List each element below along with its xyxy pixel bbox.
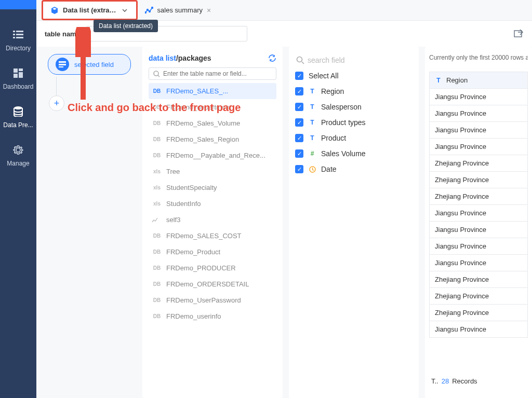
date-type-icon [309, 166, 316, 173]
app-logo[interactable] [0, 0, 36, 9]
content-area: selected field + data list/packages D [36, 47, 532, 398]
xls-icon: xls [152, 185, 162, 190]
table-list: DBFRDemo_SALES_...DBFRDemo_departmentDBF… [149, 83, 276, 391]
gear-icon [12, 144, 24, 156]
table-item[interactable]: DBFRDemo_Sales_Region [149, 131, 276, 147]
data-cell: Jiangsu Province [429, 105, 528, 122]
field-item[interactable]: ✓TRegion [295, 87, 413, 95]
chart-icon [145, 6, 153, 15]
field-label: Select All [309, 72, 339, 80]
table-search[interactable] [149, 67, 276, 80]
table-item[interactable]: xlsStudentInfo [149, 196, 276, 212]
table-item[interactable]: DBFRDemo_SALES_... [149, 83, 276, 99]
field-label: Region [321, 87, 344, 95]
svg-point-19 [154, 71, 158, 76]
table-item-label: Tree [166, 168, 180, 175]
table-item[interactable]: DBFRDemo_SALES_COST [149, 228, 276, 244]
svg-rect-1 [16, 31, 23, 32]
table-item-label: self3 [166, 216, 180, 224]
chart-icon [152, 217, 162, 223]
checkbox[interactable]: ✓ [295, 165, 303, 173]
sidebar-item-dashboard[interactable]: Dashboard [0, 58, 36, 97]
table-item[interactable]: DBFRDemo_PRODUCER [149, 260, 276, 276]
db-icon: DB [152, 313, 162, 319]
db-icon: DB [152, 281, 162, 287]
table-item-label: FRDemo_ORDERSDETAIL [166, 280, 249, 288]
table-item-label: FRDemo_SALES_... [166, 87, 228, 95]
table-item[interactable]: self3 [149, 212, 276, 228]
selected-field-label: selected field [74, 61, 114, 68]
field-icon [56, 58, 69, 71]
tab-data-list[interactable]: Data list (extra… [42, 0, 138, 20]
close-icon[interactable]: × [207, 6, 211, 15]
field-item[interactable]: ✓Date [295, 165, 413, 173]
db-icon: DB [152, 153, 162, 158]
text-type-icon: T [309, 88, 316, 95]
svg-rect-8 [19, 72, 23, 78]
text-type-icon: T [309, 103, 316, 111]
svg-point-14 [151, 7, 153, 8]
package-icon [50, 6, 59, 15]
svg-point-10 [14, 106, 22, 109]
table-item[interactable]: DBFRDemo_userinfo [149, 308, 276, 324]
table-item-label: FRDemo_department [166, 103, 231, 111]
data-cell: Zhejiang Province [429, 172, 528, 188]
sidebar-item-label: Data Pre... [3, 121, 33, 129]
export-icon[interactable] [513, 29, 524, 39]
field-item[interactable]: ✓TProduct types [295, 118, 413, 127]
field-search-input[interactable] [308, 56, 411, 64]
checkbox[interactable]: ✓ [295, 134, 303, 142]
table-search-input[interactable] [163, 70, 272, 77]
checkbox[interactable]: ✓ [295, 118, 303, 127]
chevron-down-icon[interactable] [121, 6, 129, 15]
svg-rect-0 [13, 31, 15, 32]
tab-tooltip: Data list (extracted) [94, 20, 158, 32]
tables-breadcrumb[interactable]: data list/packages [149, 54, 211, 62]
field-item[interactable]: ✓TSalesperson [295, 103, 413, 111]
text-type-icon: T [309, 119, 316, 126]
field-label: Date [321, 165, 337, 173]
svg-rect-2 [13, 34, 15, 35]
field-item[interactable]: ✓#Sales Volume [295, 149, 413, 158]
table-item-label: FRDemo_SALES_COST [166, 232, 242, 240]
data-cell: Zhejiang Province [429, 188, 528, 205]
svg-rect-18 [59, 66, 63, 67]
sidebar-item-label: Dashboard [3, 83, 34, 90]
svg-rect-16 [59, 61, 66, 63]
checkbox[interactable]: ✓ [295, 87, 303, 95]
table-item[interactable]: DBFRDemo_ORDERSDETAIL [149, 276, 276, 292]
table-item[interactable]: DBFRDemo_department [149, 99, 276, 115]
svg-rect-7 [19, 68, 23, 71]
data-column-header[interactable]: T Region [429, 72, 528, 89]
fields-column: ✓Select All✓TRegion✓TSalesperson✓TProduc… [289, 47, 419, 398]
checkbox[interactable]: ✓ [295, 103, 303, 111]
sidebar-item-data-pre[interactable]: Data Pre... [0, 97, 36, 135]
table-item[interactable]: xlsTree [149, 163, 276, 180]
table-item-label: FRDemo_Sales_Volume [166, 119, 240, 127]
table-item[interactable]: DBFRDemo_Product [149, 244, 276, 260]
data-cell: Jiangsu Province [429, 238, 528, 255]
table-item[interactable]: xlsStudentSpecialty [149, 180, 276, 196]
field-item[interactable]: ✓Select All [295, 72, 413, 80]
checkbox[interactable]: ✓ [295, 72, 303, 80]
refresh-icon[interactable] [268, 54, 276, 62]
table-item[interactable]: DBFRDemo__Payable_and_Rece... [149, 147, 276, 163]
sidebar-item-manage[interactable]: Manage [0, 135, 36, 173]
selected-field-pill[interactable]: selected field [48, 54, 131, 75]
add-step-button[interactable]: + [49, 95, 64, 111]
sidebar-item-directory[interactable]: Directory [0, 20, 36, 58]
svg-point-20 [297, 57, 302, 62]
table-item[interactable]: DBFRDemo_UserPassword [149, 292, 276, 308]
table-item[interactable]: DBFRDemo_Sales_Volume [149, 115, 276, 131]
table-item-label: FRDemo_PRODUCER [166, 264, 236, 272]
db-icon: DB [152, 104, 162, 110]
search-icon [153, 71, 160, 77]
list-icon [12, 29, 24, 40]
tab-sales-summary[interactable]: sales summary × [138, 0, 219, 20]
search-icon [296, 56, 304, 64]
checkbox[interactable]: ✓ [295, 149, 303, 158]
db-icon: DB [152, 265, 162, 271]
data-footer: T.. 28 Records [425, 372, 532, 390]
field-item[interactable]: ✓TProduct [295, 134, 413, 142]
data-cell: Zhejiang Province [429, 288, 528, 305]
